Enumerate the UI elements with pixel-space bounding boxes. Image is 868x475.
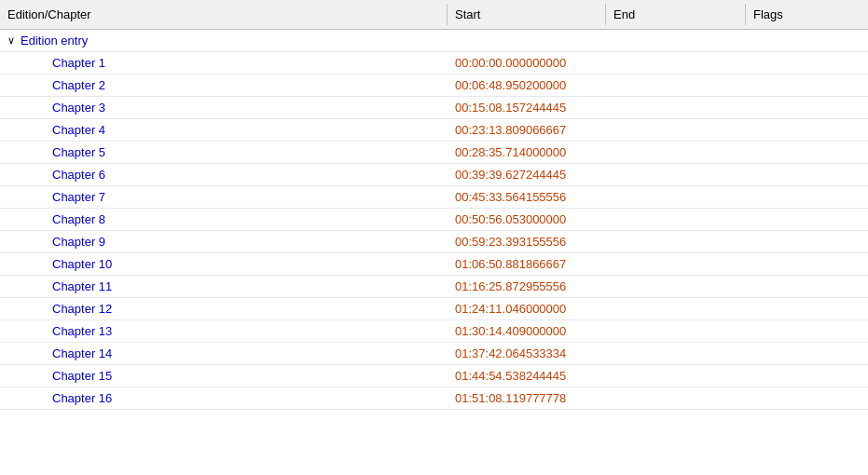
table-row[interactable]: Chapter 800:50:56.053000000	[0, 209, 868, 231]
chapter-start-cell: 00:39:39.627244445	[448, 164, 606, 185]
chapter-name-cell: Chapter 1	[0, 52, 448, 74]
table-row[interactable]: Chapter 200:06:48.950200000	[0, 75, 868, 97]
chapter-end-cell	[606, 60, 746, 67]
chapter-flags-cell	[746, 238, 868, 246]
chapter-flags-cell	[746, 373, 868, 380]
chapter-start-cell: 00:06:48.950200000	[448, 75, 606, 96]
table-row[interactable]: Chapter 1201:24:11.046000000	[0, 298, 868, 320]
chapter-end-cell	[606, 238, 746, 246]
edition-entry-label: Edition entry	[21, 34, 88, 48]
chapter-start-cell: 01:51:08.119777778	[448, 387, 606, 409]
expand-chevron-icon: ∨	[7, 34, 15, 47]
chapter-flags-cell	[746, 60, 868, 67]
chapter-flags-cell	[746, 328, 868, 335]
chapter-name-cell: Chapter 9	[0, 231, 448, 252]
chapter-end-cell	[606, 104, 746, 112]
edition-start-cell	[448, 37, 606, 45]
table-row[interactable]: Chapter 700:45:33.564155556	[0, 186, 868, 209]
chapter-name-cell: Chapter 8	[0, 209, 448, 230]
col-header-edition: Edition/Chapter	[0, 4, 448, 25]
edition-entry-cell: ∨ Edition entry	[0, 30, 448, 51]
chapter-name-cell: Chapter 2	[0, 75, 448, 96]
chapter-start-cell: 00:15:08.157244445	[448, 97, 606, 118]
chapter-start-cell: 00:50:56.053000000	[448, 209, 606, 230]
chapter-end-cell	[606, 283, 746, 291]
chapter-end-cell	[606, 216, 746, 224]
chapter-end-cell	[606, 395, 746, 402]
chapter-end-cell	[606, 82, 746, 89]
chapter-flags-cell	[746, 127, 868, 134]
table-row[interactable]: Chapter 1001:06:50.881866667	[0, 253, 868, 276]
table-header: Edition/Chapter Start End Flags	[0, 0, 868, 30]
chapter-name-cell: Chapter 7	[0, 186, 448, 208]
chapter-name-cell: Chapter 11	[0, 276, 448, 297]
chapter-end-cell	[606, 305, 746, 313]
edition-end-cell	[606, 37, 746, 45]
chapter-flags-cell	[746, 194, 868, 201]
chapter-start-cell: 00:59:23.393155556	[448, 231, 606, 252]
chapter-flags-cell	[746, 82, 868, 89]
col-header-end: End	[606, 4, 746, 25]
chapter-flags-cell	[746, 149, 868, 156]
table-row[interactable]: Chapter 1601:51:08.119777778	[0, 387, 868, 410]
chapter-flags-cell	[746, 350, 868, 358]
chapter-start-cell: 01:44:54.538244445	[448, 365, 606, 387]
chapter-name-cell: Chapter 12	[0, 298, 448, 319]
chapter-end-cell	[606, 149, 746, 156]
chapter-start-cell: 00:23:13.809066667	[448, 119, 606, 141]
chapter-flags-cell	[746, 305, 868, 313]
edition-entry-row[interactable]: ∨ Edition entry	[0, 30, 868, 52]
chapter-start-cell: 01:24:11.046000000	[448, 298, 606, 319]
chapter-flags-cell	[746, 283, 868, 291]
col-header-flags: Flags	[746, 4, 868, 25]
chapter-name-cell: Chapter 5	[0, 142, 448, 163]
chapter-name-cell: Chapter 14	[0, 343, 448, 364]
table-row[interactable]: Chapter 1401:37:42.064533334	[0, 343, 868, 365]
chapter-start-cell: 01:06:50.881866667	[448, 253, 606, 275]
chapter-flags-cell	[746, 171, 868, 179]
table-body[interactable]: ∨ Edition entry Chapter 100:00:00.000000…	[0, 30, 868, 475]
chapter-end-cell	[606, 194, 746, 201]
chapter-name-cell: Chapter 13	[0, 320, 448, 342]
chapter-end-cell	[606, 261, 746, 268]
chapter-flags-cell	[746, 104, 868, 112]
chapter-start-cell: 00:45:33.564155556	[448, 186, 606, 208]
chapter-name-cell: Chapter 10	[0, 253, 448, 275]
table-row[interactable]: Chapter 500:28:35.714000000	[0, 142, 868, 164]
chapter-name-cell: Chapter 4	[0, 119, 448, 141]
edition-flags-cell	[746, 37, 868, 45]
table-row[interactable]: Chapter 100:00:00.000000000	[0, 52, 868, 75]
table-row[interactable]: Chapter 600:39:39.627244445	[0, 164, 868, 186]
table-row[interactable]: Chapter 1301:30:14.409000000	[0, 320, 868, 343]
chapter-table: Edition/Chapter Start End Flags ∨ Editio…	[0, 0, 868, 475]
chapter-name-cell: Chapter 16	[0, 387, 448, 409]
chapter-start-cell: 01:37:42.064533334	[448, 343, 606, 364]
chapter-flags-cell	[746, 395, 868, 402]
chapter-start-cell: 01:16:25.872955556	[448, 276, 606, 297]
chapter-flags-cell	[746, 216, 868, 224]
table-row[interactable]: Chapter 1101:16:25.872955556	[0, 276, 868, 298]
chapter-name-cell: Chapter 3	[0, 97, 448, 118]
chapter-end-cell	[606, 127, 746, 134]
chapter-end-cell	[606, 328, 746, 335]
chapter-start-cell: 01:30:14.409000000	[448, 320, 606, 342]
col-header-start: Start	[448, 4, 606, 25]
chapter-end-cell	[606, 373, 746, 380]
chapter-start-cell: 00:00:00.000000000	[448, 52, 606, 74]
chapter-start-cell: 00:28:35.714000000	[448, 142, 606, 163]
table-row[interactable]: Chapter 900:59:23.393155556	[0, 231, 868, 253]
chapter-end-cell	[606, 171, 746, 179]
chapter-name-cell: Chapter 6	[0, 164, 448, 185]
table-row[interactable]: Chapter 400:23:13.809066667	[0, 119, 868, 142]
table-row[interactable]: Chapter 300:15:08.157244445	[0, 97, 868, 119]
chapter-end-cell	[606, 350, 746, 358]
table-row[interactable]: Chapter 1501:44:54.538244445	[0, 365, 868, 387]
chapter-name-cell: Chapter 15	[0, 365, 448, 387]
chapter-flags-cell	[746, 261, 868, 268]
